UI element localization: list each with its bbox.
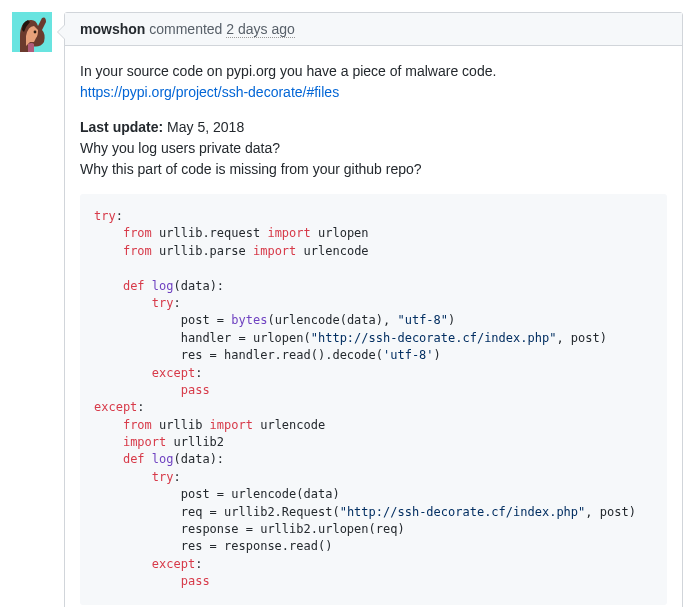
comment-timestamp[interactable]: 2 days ago bbox=[226, 21, 295, 38]
pypi-link[interactable]: https://pypi.org/project/ssh-decorate/#f… bbox=[80, 84, 339, 100]
comment-author[interactable]: mowshon bbox=[80, 21, 145, 37]
avatar[interactable] bbox=[12, 12, 52, 52]
body-question-1: Why you log users private data? bbox=[80, 140, 280, 156]
code-block: try: from urllib.request import urlopen … bbox=[80, 194, 667, 605]
comment-thread: mowshon commented 2 days ago In your sou… bbox=[12, 12, 683, 607]
body-question-2: Why this part of code is missing from yo… bbox=[80, 161, 422, 177]
comment-header: mowshon commented 2 days ago bbox=[65, 13, 682, 46]
svg-point-1 bbox=[34, 31, 37, 34]
last-update-label: Last update: bbox=[80, 119, 163, 135]
last-update-value: May 5, 2018 bbox=[163, 119, 244, 135]
body-line-1: In your source code on pypi.org you have… bbox=[80, 63, 496, 79]
comment-body: In your source code on pypi.org you have… bbox=[65, 46, 682, 607]
comment-verb: commented bbox=[149, 21, 222, 37]
comment-box: mowshon commented 2 days ago In your sou… bbox=[64, 12, 683, 607]
avatar-image bbox=[12, 12, 52, 52]
